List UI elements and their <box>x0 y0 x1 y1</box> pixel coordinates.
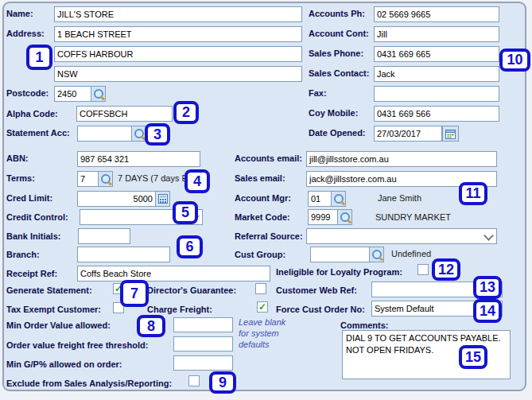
sales-contact-label: Sales Contact: <box>309 68 369 78</box>
callout-4: 4 <box>184 169 210 193</box>
min-gp-input[interactable] <box>173 355 233 371</box>
market-code-lookup-button[interactable] <box>337 209 352 225</box>
search-icon <box>134 129 144 138</box>
date-picker-button[interactable] <box>442 126 459 142</box>
search-icon <box>101 174 111 184</box>
min-order-label: Min Order Value allowed: <box>6 320 111 330</box>
sales-phone-label: Sales Phone: <box>309 49 363 58</box>
freight-free-label: Order value freight free threshold: <box>6 340 148 350</box>
fax-label: Fax: <box>309 88 327 98</box>
min-gp-label: Min G/P% allowed on order: <box>6 359 122 369</box>
generate-statement-label: Generate Statement: <box>6 285 92 295</box>
account-mgr-lookup-button[interactable] <box>331 191 346 207</box>
search-icon <box>372 250 382 259</box>
comments-line: DIAL 9 TO GET ACCOUNTS PAYABLE. <box>346 332 507 344</box>
address-line1-input[interactable] <box>54 26 302 42</box>
directors-guarantee-label: Director's Guarantee: <box>147 285 236 295</box>
search-icon <box>94 89 103 99</box>
cred-limit-input[interactable] <box>77 191 156 207</box>
exclude-sales-label: Exclude from Sales Analysis/Reporting: <box>6 379 172 388</box>
callout-6: 6 <box>177 235 203 258</box>
cust-group-lookup-button[interactable] <box>369 247 384 262</box>
coy-mobile-input[interactable] <box>374 106 499 122</box>
accounts-email-input[interactable] <box>306 151 497 167</box>
terms-label: Terms: <box>6 173 35 183</box>
referral-source-select[interactable] <box>306 228 497 244</box>
leave-blank-hint: Leave blank for system defaults <box>239 317 286 350</box>
callout-14: 14 <box>473 299 502 323</box>
postcode-input[interactable] <box>54 86 91 102</box>
market-code-input[interactable] <box>308 209 338 225</box>
fax-input[interactable] <box>374 86 499 102</box>
sales-contact-input[interactable] <box>374 66 499 82</box>
market-code-label: Market Code: <box>235 212 290 222</box>
terms-input[interactable] <box>77 171 99 187</box>
exclude-sales-checkbox[interactable] <box>188 375 200 386</box>
cred-limit-label: Cred Limit: <box>6 193 52 203</box>
bank-initials-label: Bank Initials: <box>6 231 60 241</box>
min-order-value-input[interactable] <box>173 317 233 332</box>
callout-8: 8 <box>137 315 165 337</box>
alpha-code-label: Alpha Code: <box>6 109 58 118</box>
callout-11: 11 <box>459 182 487 205</box>
receipt-ref-label: Receipt Ref: <box>6 269 57 278</box>
loyalty-label: Ineligible for Loyalty Program: <box>276 267 402 277</box>
date-opened-label: Date Opened: <box>309 128 366 138</box>
credit-control-label: Credit Control: <box>6 212 68 222</box>
callout-1: 1 <box>26 45 52 70</box>
customer-web-ref-label: Customer Web Ref: <box>276 285 357 295</box>
market-code-name: SUNDRY MARKET <box>375 212 451 222</box>
loyalty-checkbox[interactable] <box>417 264 429 275</box>
comments-label: Comments: <box>340 320 389 330</box>
accounts-ph-input[interactable] <box>374 6 499 22</box>
callout-10: 10 <box>499 49 530 72</box>
account-mgr-input[interactable] <box>308 191 332 207</box>
callout-5: 5 <box>173 201 198 224</box>
statement-acc-label: Statement Acc: <box>6 128 70 138</box>
cust-group-label: Cust Group: <box>235 250 285 259</box>
sales-email-label: Sales email: <box>235 173 285 183</box>
freight-free-threshold-input[interactable] <box>173 336 233 351</box>
statement-acc-input[interactable] <box>77 126 132 142</box>
postcode-lookup-button[interactable] <box>91 86 106 102</box>
accounts-ph-label: Accounts Ph: <box>309 9 365 18</box>
branch-input[interactable] <box>77 247 170 262</box>
abn-input[interactable] <box>77 151 200 167</box>
account-cont-input[interactable] <box>374 26 499 42</box>
cust-group-input[interactable] <box>310 247 370 262</box>
name-input[interactable] <box>54 6 302 22</box>
name-label: Name: <box>6 9 33 18</box>
bank-initials-input[interactable] <box>78 228 130 244</box>
receipt-ref-input[interactable] <box>77 266 270 282</box>
force-cust-order-label: Force Cust Order No: <box>276 305 365 314</box>
accounts-email-label: Accounts email: <box>235 153 302 163</box>
address-line3-input[interactable] <box>54 66 302 82</box>
account-cont-label: Account Cont: <box>309 29 369 38</box>
account-mgr-name: Jane Smith <box>378 193 421 203</box>
callout-2: 2 <box>173 101 199 124</box>
callout-3: 3 <box>145 123 170 146</box>
callout-13: 13 <box>473 276 502 299</box>
referral-source-label: Referral Source: <box>235 231 303 241</box>
callout-9: 9 <box>209 371 236 394</box>
terms-lookup-button[interactable] <box>98 171 113 187</box>
alpha-code-input[interactable] <box>76 106 173 122</box>
cred-limit-calculator-button[interactable] <box>155 191 170 207</box>
search-icon <box>334 194 344 204</box>
address-line2-input[interactable] <box>54 46 302 62</box>
callout-15: 15 <box>459 345 487 369</box>
calendar-icon <box>445 129 456 139</box>
coy-mobile-label: Coy Mobile: <box>309 108 358 118</box>
charge-freight-label: Charge Freight: <box>147 305 212 314</box>
cust-group-name: Undefined <box>391 249 431 258</box>
sales-phone-input[interactable] <box>374 46 499 62</box>
customer-details-form: Name: Address: Postcode: Alpha Code: Sta… <box>0 0 532 400</box>
address-label: Address: <box>6 29 45 38</box>
account-mgr-label: Account Mgr: <box>235 193 291 203</box>
search-icon <box>340 212 350 222</box>
date-opened-input[interactable] <box>374 126 442 142</box>
charge-freight-checkbox[interactable] <box>257 301 268 313</box>
directors-guarantee-checkbox[interactable] <box>255 283 266 294</box>
callout-12: 12 <box>432 258 460 281</box>
tax-exempt-label: Tax Exempt Customer: <box>6 305 101 314</box>
